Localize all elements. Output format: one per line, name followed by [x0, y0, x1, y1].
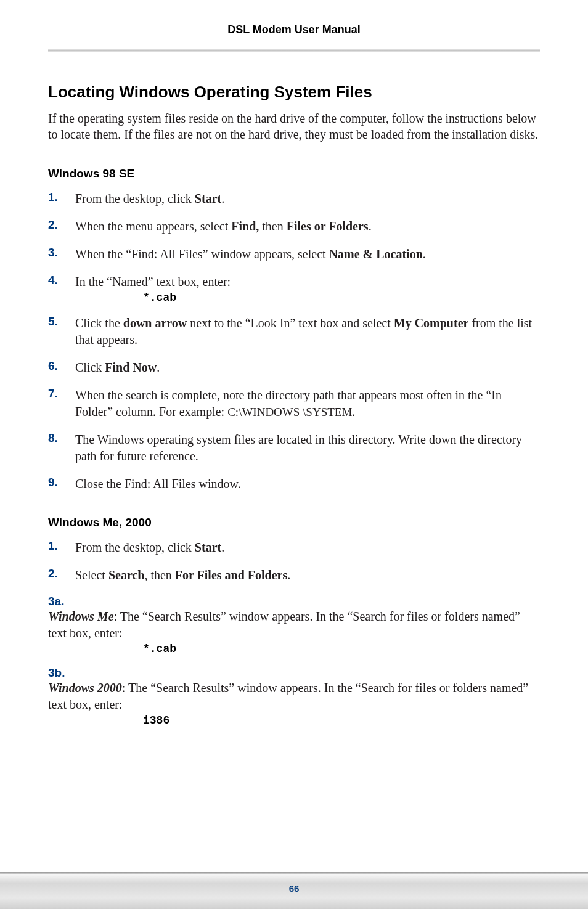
step-text: When the menu appears, select Find, then… — [75, 218, 372, 235]
inner-rule — [52, 71, 536, 71]
list-item: 9. Close the Find: All Files window. — [48, 476, 540, 492]
step-number: 5. — [48, 315, 75, 328]
step-number: 7. — [48, 387, 75, 401]
list-item: 2. Select Search, then For Files and Fol… — [48, 567, 540, 584]
intro-paragraph: If the operating system files reside on … — [48, 110, 540, 142]
step-number: 4. — [48, 274, 75, 287]
step-text: Select Search, then For Files and Folder… — [75, 567, 290, 584]
step-text: The Windows operating system files are l… — [75, 431, 540, 465]
list-item: 3a. Windows Me: The “Search Results” win… — [48, 595, 540, 655]
winme-heading: Windows Me, 2000 — [48, 516, 540, 529]
winme-steps: 1. From the desktop, click Start. 2. Sel… — [48, 539, 540, 727]
list-item: 8. The Windows operating system files ar… — [48, 431, 540, 465]
list-item: 5. Click the down arrow next to the “Loo… — [48, 315, 540, 348]
win98-steps: 1. From the desktop, click Start. 2. Whe… — [48, 190, 540, 492]
step-number: 3a. — [48, 595, 75, 608]
list-item: 6. Click Find Now. — [48, 359, 540, 376]
code-text: *.cab — [143, 291, 540, 304]
code-text: i386 — [143, 714, 540, 727]
step-text: Close the Find: All Files window. — [75, 476, 241, 492]
list-item: 7. When the search is complete, note the… — [48, 387, 540, 420]
step-text: In the “Named” text box, enter: — [75, 274, 231, 290]
step-number: 2. — [48, 567, 75, 581]
step-number: 3. — [48, 246, 75, 259]
list-item: 3. When the “Find: All Files” window app… — [48, 246, 540, 263]
list-item: 3b. Windows 2000: The “Search Results” w… — [48, 666, 540, 727]
step-number: 1. — [48, 190, 75, 204]
page-header: DSL Modem User Manual — [48, 23, 540, 36]
step-text: Click Find Now. — [75, 359, 160, 376]
page-number: 66 — [0, 874, 588, 894]
list-item: 1. From the desktop, click Start. — [48, 190, 540, 207]
section-title: Locating Windows Operating System Files — [48, 83, 540, 102]
list-item: 2. When the menu appears, select Find, t… — [48, 218, 540, 235]
step-number: 9. — [48, 476, 75, 489]
header-divider — [48, 49, 540, 52]
step-text: From the desktop, click Start. — [75, 190, 224, 207]
step-text: When the search is complete, note the di… — [75, 387, 540, 420]
step-text: Windows 2000: The “Search Results” windo… — [48, 680, 540, 713]
list-item: 1. From the desktop, click Start. — [48, 539, 540, 556]
step-number: 2. — [48, 218, 75, 232]
step-number: 1. — [48, 539, 75, 553]
step-number: 8. — [48, 431, 75, 445]
page-footer: 66 — [0, 872, 588, 909]
win98-heading: Windows 98 SE — [48, 167, 540, 181]
step-text: Click the down arrow next to the “Look I… — [75, 315, 540, 348]
step-text: Windows Me: The “Search Results” window … — [48, 608, 540, 642]
step-text: When the “Find: All Files” window appear… — [75, 246, 426, 263]
step-number: 6. — [48, 359, 75, 373]
code-text: *.cab — [143, 643, 540, 655]
step-number: 3b. — [48, 666, 75, 680]
step-text: From the desktop, click Start. — [75, 539, 224, 556]
list-item: 4. In the “Named” text box, enter: *.cab — [48, 274, 540, 304]
